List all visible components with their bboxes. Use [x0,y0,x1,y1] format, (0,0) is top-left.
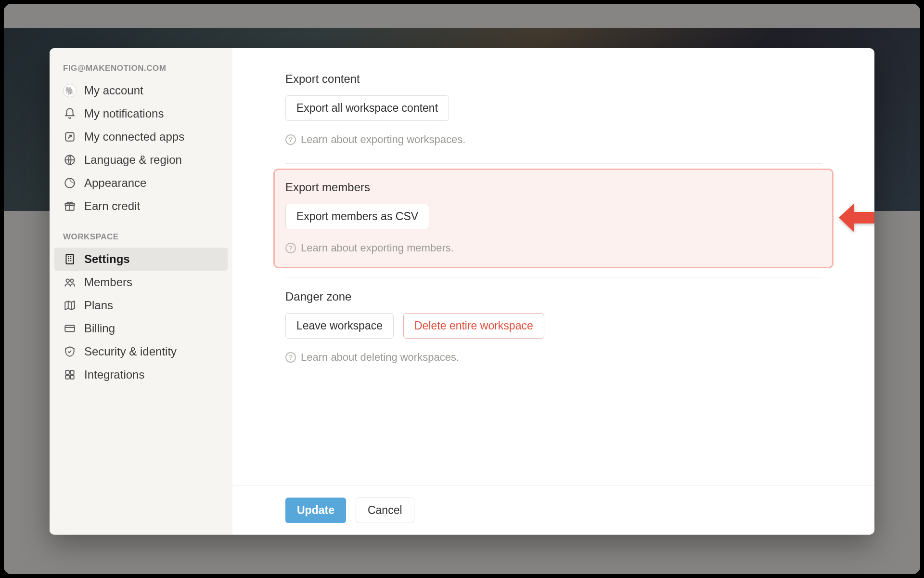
map-icon [63,299,77,312]
svg-rect-10 [70,370,74,374]
danger-zone-title: Danger zone [285,290,821,303]
sidebar-item-label: Settings [84,252,130,266]
export-members-title: Export members [285,181,644,194]
export-members-highlight: Export members Export members as CSV ? L… [273,169,834,268]
members-icon [63,276,77,289]
building-icon [63,252,77,266]
svg-rect-8 [65,326,75,332]
export-members-hint-link[interactable]: ? Learn about exporting members. [285,242,644,254]
export-all-content-button[interactable]: Export all workspace content [285,95,449,121]
sidebar-item-appearance[interactable]: Appearance [54,171,228,195]
export-members-csv-button[interactable]: Export members as CSV [285,204,429,229]
sidebar-item-earn-credit[interactable]: Earn credit [54,195,228,218]
settings-main-panel: Export content Export all workspace cont… [232,48,874,535]
sidebar-item-label: Members [84,276,132,289]
svg-rect-11 [65,375,69,379]
gift-icon [63,199,77,213]
modal-footer: Update Cancel [232,486,874,535]
svg-point-7 [70,279,74,283]
sidebar-item-label: Language & region [84,153,182,167]
help-icon: ? [285,134,296,145]
sidebar-item-connected-apps[interactable]: My connected apps [54,125,228,148]
sidebar-item-label: Plans [84,299,113,312]
section-export-content: Export content Export all workspace cont… [285,55,821,163]
settings-sidebar: FIG@MAKENOTION.COM 🐘 My account My notif… [50,48,232,535]
sidebar-item-my-account[interactable]: 🐘 My account [54,79,228,102]
credit-card-icon [63,322,77,335]
help-icon: ? [285,243,296,253]
callout-arrow-icon [835,197,874,240]
hint-text: Learn about exporting members. [301,242,454,254]
sidebar-item-label: My account [84,84,143,97]
sidebar-item-label: Security & identity [84,345,177,358]
sidebar-item-plans[interactable]: Plans [54,294,228,317]
sidebar-workspace-label: WORKSPACE [54,232,228,248]
sidebar-item-members[interactable]: Members [54,271,228,294]
sidebar-item-billing[interactable]: Billing [54,317,228,340]
sidebar-item-label: My notifications [84,107,164,120]
sidebar-item-label: Billing [84,322,115,335]
sidebar-item-integrations[interactable]: Integrations [54,363,228,386]
delete-workspace-button[interactable]: Delete entire workspace [403,313,544,339]
sidebar-item-settings[interactable]: Settings [54,248,228,271]
sidebar-item-security[interactable]: Security & identity [54,340,228,363]
sidebar-item-language[interactable]: Language & region [54,148,228,171]
bell-icon [63,107,77,120]
sidebar-item-label: Earn credit [84,199,140,213]
settings-modal: FIG@MAKENOTION.COM 🐘 My account My notif… [50,48,874,535]
settings-scroll-area[interactable]: Export content Export all workspace cont… [232,48,874,486]
grid-icon [63,368,77,381]
danger-hint-link[interactable]: ? Learn about deleting workspaces. [285,351,821,364]
hint-text: Learn about deleting workspaces. [301,351,459,364]
svg-rect-12 [70,375,74,379]
sidebar-item-label: My connected apps [84,130,184,144]
hint-text: Learn about exporting workspaces. [301,133,465,146]
mac-window: Open Positions FIG@MAKENOTION.COM 🐘 My a… [4,4,920,574]
leave-workspace-button[interactable]: Leave workspace [285,313,394,339]
shield-icon [63,345,77,358]
help-icon: ? [285,352,296,363]
avatar-icon: 🐘 [63,84,77,97]
moon-icon [63,176,77,190]
export-content-hint-link[interactable]: ? Learn about exporting workspaces. [285,133,821,146]
sidebar-item-notifications[interactable]: My notifications [54,102,228,125]
export-content-title: Export content [285,72,821,86]
update-button[interactable]: Update [285,498,346,523]
cancel-button[interactable]: Cancel [356,498,414,523]
section-export-members: Export members Export members as CSV ? L… [285,163,821,277]
svg-rect-5 [66,254,73,264]
svg-rect-9 [65,370,69,374]
svg-point-6 [66,279,69,283]
sidebar-item-label: Appearance [84,176,146,190]
external-link-icon [63,130,77,144]
globe-icon [63,153,77,167]
sidebar-account-label: FIG@MAKENOTION.COM [54,64,228,79]
section-danger-zone: Danger zone Leave workspace Delete entir… [285,277,821,381]
sidebar-item-label: Integrations [84,368,144,381]
